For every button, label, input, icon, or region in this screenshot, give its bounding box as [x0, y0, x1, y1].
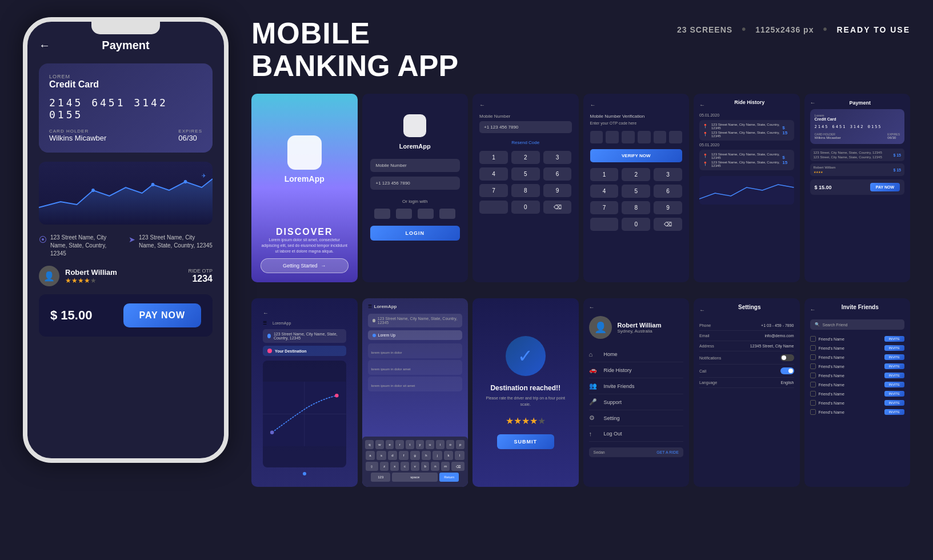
invite-4-button[interactable]: INVITE	[884, 363, 904, 369]
get-a-ride-link[interactable]: GET A RIDE	[656, 450, 679, 454]
resend-code-link[interactable]: Resend Code	[479, 140, 572, 145]
otp-numpad-5[interactable]: 5	[622, 185, 650, 198]
kb-c[interactable]: c	[401, 462, 409, 471]
friend-7-checkbox[interactable]	[810, 391, 816, 397]
invite-6-button[interactable]: INVITE	[884, 382, 904, 387]
suggestion-2[interactable]: lorem ipsum in dolor amet	[368, 360, 463, 375]
menu-item-support[interactable]: 🎤 Support	[589, 394, 684, 410]
otp-numpad-7[interactable]: 7	[590, 201, 619, 214]
friend-3-checkbox[interactable]	[810, 354, 816, 360]
invite-1-button[interactable]: INVITE	[884, 336, 904, 342]
mapkb-to-input[interactable]: Lorem Up	[368, 330, 463, 340]
kb-o[interactable]: o	[446, 440, 455, 449]
payment-mini-back-icon[interactable]: ←	[810, 99, 816, 106]
kb-p[interactable]: p	[456, 440, 465, 449]
social-icon-2[interactable]	[396, 209, 412, 219]
numpad-key-2[interactable]: 2	[511, 151, 540, 164]
friend-2-checkbox[interactable]	[810, 345, 816, 351]
kb-123[interactable]: 123	[371, 473, 390, 482]
otp-box-5[interactable]	[654, 131, 667, 143]
verify-now-button[interactable]: VERIFY NOW	[590, 149, 683, 162]
friend-9-checkbox[interactable]	[810, 409, 816, 415]
kb-q[interactable]: q	[365, 440, 374, 449]
otp-numpad-9[interactable]: 9	[654, 201, 682, 214]
numpad-key-6[interactable]: 6	[543, 167, 572, 181]
mobile-number-input[interactable]: +1 123 456 7890	[479, 121, 572, 133]
kb-d[interactable]: d	[388, 451, 398, 460]
kb-e[interactable]: e	[386, 440, 394, 449]
menu-item-logout[interactable]: ↑ Log Out	[589, 426, 684, 442]
friend-6-checkbox[interactable]	[810, 382, 816, 387]
invite-search[interactable]: 🔍 Search Friend	[810, 319, 905, 330]
kb-a[interactable]: a	[366, 451, 375, 460]
otp-input-boxes[interactable]	[590, 131, 683, 143]
menu-item-home[interactable]: ⌂ Home	[589, 347, 684, 362]
login-phone-input[interactable]: +1 123 456 7890	[370, 177, 461, 190]
invite-9-button[interactable]: INVITE	[884, 409, 904, 415]
mapkb-from-input[interactable]: 123 Street Name, City Name, State, Count…	[368, 314, 463, 327]
numpad-key-3[interactable]: 3	[543, 151, 572, 164]
mini-pay-button[interactable]: PAY NOW	[870, 183, 900, 191]
otp-box-3[interactable]	[622, 131, 635, 143]
friend-4-checkbox[interactable]	[810, 363, 816, 369]
invite-2-button[interactable]: INVITE	[884, 345, 904, 351]
menu-item-invite[interactable]: 👥 Invite Friends	[589, 378, 684, 394]
invite-3-button[interactable]: INVITE	[884, 354, 904, 360]
otp-box-6[interactable]	[669, 131, 682, 143]
invite-8-button[interactable]: INVITE	[884, 400, 904, 406]
friend-1-checkbox[interactable]	[810, 336, 816, 342]
numpad-key-4[interactable]: 4	[479, 167, 508, 181]
numpad-key-9[interactable]: 9	[543, 184, 572, 197]
settings-back-icon[interactable]: ←	[699, 307, 705, 313]
social-icon-3[interactable]	[418, 209, 434, 219]
friend-5-checkbox[interactable]	[810, 373, 816, 378]
kb-h[interactable]: h	[422, 451, 431, 460]
kb-j[interactable]: j	[433, 451, 442, 460]
map-to-input[interactable]: Your Destination	[263, 346, 346, 356]
invite-7-button[interactable]: INVITE	[884, 391, 904, 397]
menu-item-setting[interactable]: ⚙ Setting	[589, 410, 684, 426]
kb-space[interactable]: space	[392, 473, 438, 482]
otp-numpad-3[interactable]: 3	[654, 168, 682, 181]
getting-started-button[interactable]: Getting Started →	[261, 258, 349, 273]
friend-8-checkbox[interactable]	[810, 400, 816, 406]
numpad-key-8[interactable]: 8	[511, 184, 540, 197]
kb-s[interactable]: s	[377, 451, 386, 460]
otp-numpad-1[interactable]: 1	[590, 168, 619, 181]
map-back-icon[interactable]: ←	[263, 310, 269, 316]
kb-w[interactable]: w	[375, 440, 384, 449]
menu-item-ride-history[interactable]: 🚗 Ride History	[589, 362, 684, 378]
social-icon-1[interactable]	[374, 209, 390, 219]
back-arrow-icon[interactable]: ←	[39, 39, 50, 52]
kb-t[interactable]: t	[406, 440, 414, 449]
otp-box-4[interactable]	[638, 131, 651, 143]
kb-b[interactable]: b	[421, 462, 430, 471]
otp-numpad-8[interactable]: 8	[622, 201, 650, 214]
invite-5-button[interactable]: INVITE	[884, 373, 904, 378]
login-button[interactable]: LOGIN	[370, 226, 461, 241]
kb-n[interactable]: n	[431, 462, 439, 471]
kb-return[interactable]: Return	[439, 473, 459, 482]
otp-box-2[interactable]	[606, 131, 619, 143]
kb-u[interactable]: u	[426, 440, 434, 449]
otp-numpad-6[interactable]: 6	[654, 185, 682, 198]
kb-z[interactable]: z	[380, 462, 389, 471]
kb-f[interactable]: f	[399, 451, 409, 460]
otp-box-1[interactable]	[590, 131, 603, 143]
kb-k[interactable]: k	[444, 451, 454, 460]
ridehistory-back-icon[interactable]: ←	[699, 102, 705, 108]
profile-back-icon[interactable]: ←	[589, 304, 595, 310]
kb-v[interactable]: v	[411, 462, 419, 471]
suggestion-3[interactable]: lorem ipsum in dolor sit amet	[368, 377, 463, 391]
kb-shift[interactable]: ⇧	[366, 462, 379, 471]
numpad-key-1[interactable]: 1	[479, 151, 508, 164]
otp-numpad-0[interactable]: 0	[622, 218, 650, 231]
kb-r[interactable]: r	[395, 440, 404, 449]
map-from-input[interactable]: 123 Street Name, City Name, State, Count…	[263, 329, 346, 343]
otp-back-icon[interactable]: ←	[590, 102, 596, 108]
kb-m[interactable]: m	[441, 462, 450, 471]
pay-now-button[interactable]: PAY NOW	[123, 303, 202, 327]
mobile-back-icon[interactable]: ←	[479, 102, 485, 108]
kb-i[interactable]: i	[436, 440, 445, 449]
kb-x[interactable]: x	[390, 462, 399, 471]
